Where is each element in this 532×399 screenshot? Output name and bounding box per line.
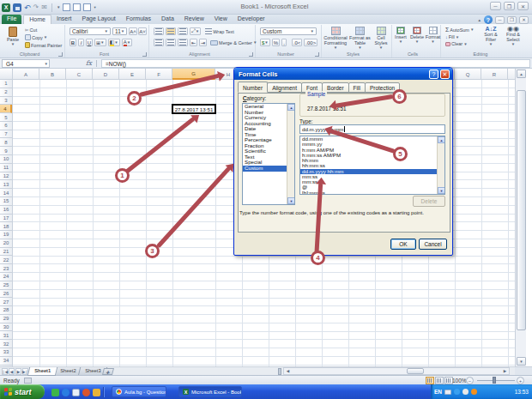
align-right-button[interactable] — [178, 39, 188, 46]
workbook-restore-button[interactable]: ❐ — [507, 16, 517, 24]
copy-button[interactable]: Copy▼ — [25, 34, 62, 40]
cut-button[interactable]: ✂Cut — [25, 27, 62, 33]
category-scroll-down-icon[interactable]: ▼ — [287, 197, 295, 204]
restore-button[interactable]: ❐ — [504, 2, 515, 10]
undo-icon[interactable]: ↶ — [24, 3, 31, 12]
row-header[interactable]: 9 — [0, 147, 12, 155]
tab-developer[interactable]: Developer — [233, 15, 270, 24]
normal-view-button[interactable] — [426, 377, 434, 384]
row-header[interactable]: 3 — [0, 97, 12, 106]
dialog-close-icon[interactable]: ✕ — [440, 70, 450, 79]
column-header[interactable]: Q — [455, 69, 481, 80]
format-as-table-button[interactable]: Format as Table▼ — [349, 27, 371, 51]
row-header[interactable]: 27 — [0, 298, 12, 306]
tab-page-layout[interactable]: Page Layout — [76, 15, 120, 24]
cell-styles-button[interactable]: Cell Styles▼ — [372, 27, 390, 51]
zoom-level[interactable]: 100% — [452, 378, 467, 384]
collapse-ribbon-icon[interactable]: ▲ — [478, 18, 481, 22]
row-header[interactable]: 19 — [0, 231, 12, 239]
insert-function-icon[interactable]: fx — [86, 59, 92, 67]
row-header[interactable]: 34 — [0, 357, 12, 366]
excel-app-icon[interactable]: X — [2, 3, 10, 12]
column-header[interactable]: A — [13, 69, 39, 80]
horizontal-scroll-thumb[interactable] — [407, 368, 424, 374]
font-name-select[interactable]: Calibri▼ — [70, 27, 111, 35]
wrap-text-button[interactable]: Wrap Text — [205, 28, 234, 34]
middle-align-button[interactable] — [166, 27, 176, 35]
dialog-tab-number[interactable]: Number — [238, 82, 268, 93]
horizontal-scrollbar[interactable]: ◀ ▶ — [283, 367, 510, 375]
number-format-select[interactable]: Custom▼ — [260, 27, 317, 35]
comma-style-button[interactable]: , — [281, 39, 287, 46]
tab-review[interactable]: Review — [179, 15, 209, 24]
ok-button[interactable]: OK — [390, 239, 416, 250]
sheet-tab-sheet1[interactable]: Sheet1 — [27, 367, 58, 376]
underline-button[interactable]: U — [86, 39, 93, 46]
quicklaunch-browser-icon[interactable] — [62, 389, 70, 396]
align-center-button[interactable] — [166, 39, 176, 46]
zoom-in-icon[interactable]: + — [517, 377, 524, 384]
row-header[interactable]: 2 — [0, 88, 12, 97]
italic-button[interactable]: I — [78, 39, 84, 46]
row-header[interactable]: 7 — [0, 130, 12, 139]
qat-dropdown-icon[interactable]: ▼ — [57, 5, 60, 9]
insert-cells-button[interactable]: Insert▼ — [393, 27, 408, 45]
row-header[interactable]: 14 — [0, 189, 12, 197]
row-header[interactable]: 31 — [0, 331, 12, 340]
page-layout-view-button[interactable] — [435, 377, 444, 384]
tab-insert[interactable]: Insert — [51, 15, 77, 24]
dialog-tab-alignment[interactable]: Alignment — [267, 82, 302, 93]
row-header[interactable]: 6 — [0, 122, 12, 130]
bottom-align-button[interactable] — [178, 27, 188, 35]
redo-icon[interactable]: ↷ — [33, 3, 39, 12]
row-header[interactable]: 10 — [0, 155, 12, 164]
scroll-right-icon[interactable]: ▶ — [501, 368, 509, 374]
top-align-button[interactable] — [154, 27, 164, 35]
tab-formulas[interactable]: Formulas — [121, 15, 156, 24]
sort-filter-button[interactable]: A↓Z Sort & Filter▼ — [481, 27, 501, 47]
font-color-button[interactable]: A▼ — [122, 39, 132, 46]
column-header[interactable]: D — [93, 69, 119, 80]
format-painter-button[interactable]: Format Painter — [25, 42, 62, 48]
delete-button[interactable]: Delete — [413, 196, 445, 207]
type-scroll-up-icon[interactable]: ▲ — [438, 136, 445, 143]
tray-volume-icon[interactable] — [462, 389, 469, 395]
bold-button[interactable]: B — [70, 39, 76, 46]
qat-custom-icon-3[interactable] — [83, 3, 91, 11]
zoom-slider-thumb[interactable] — [493, 377, 496, 384]
clipboard-dialog-launcher[interactable] — [58, 52, 63, 57]
tab-view[interactable]: View — [209, 15, 233, 24]
increase-indent-button[interactable]: ⇥ — [199, 39, 207, 46]
workbook-close-button[interactable]: ✕ — [519, 16, 529, 24]
borders-button[interactable]: ⊞▼ — [94, 39, 106, 46]
row-header[interactable]: 22 — [0, 256, 12, 264]
tray-update-icon[interactable] — [471, 389, 477, 395]
autosum-button[interactable]: ΣAutoSum▼ — [445, 27, 474, 33]
email-icon[interactable]: ✉ — [41, 3, 47, 12]
quicklaunch-media-icon[interactable] — [51, 389, 59, 396]
category-scroll-up-icon[interactable]: ▲ — [287, 104, 295, 111]
type-input[interactable]: dd.m.yyyy hh:mm — [299, 124, 445, 134]
paste-button[interactable]: Paste▼ — [3, 27, 22, 47]
name-box[interactable]: G4▼ — [2, 59, 50, 68]
row-header[interactable]: 17 — [0, 215, 12, 223]
scroll-down-icon[interactable]: ▼ — [517, 357, 526, 366]
tab-data[interactable]: Data — [156, 15, 179, 24]
vertical-scroll-thumb[interactable] — [517, 90, 526, 330]
decrease-indent-button[interactable]: ⇤ — [190, 39, 197, 46]
quicklaunch-desktop-icon[interactable] — [72, 389, 80, 396]
language-indicator[interactable]: EN — [434, 389, 442, 395]
conditional-formatting-button[interactable]: Conditional Formatting▼ — [323, 27, 348, 51]
row-header[interactable]: 5 — [0, 113, 12, 122]
row-header[interactable]: 13 — [0, 180, 12, 189]
row-header[interactable]: 29 — [0, 315, 12, 323]
qat-customize-icon[interactable]: ▾ — [94, 5, 95, 9]
accounting-format-button[interactable]: $▼ — [260, 39, 270, 46]
macro-record-icon[interactable] — [24, 378, 32, 384]
grow-font-button[interactable]: A˄ — [129, 27, 137, 35]
dialog-title-bar[interactable]: Format Cells — [234, 68, 452, 80]
category-list-scrollbar[interactable]: ▲ ▼ — [287, 104, 294, 204]
row-header[interactable]: 11 — [0, 164, 12, 172]
column-header[interactable]: F — [146, 69, 172, 80]
scroll-up-icon[interactable]: ▲ — [517, 70, 526, 78]
